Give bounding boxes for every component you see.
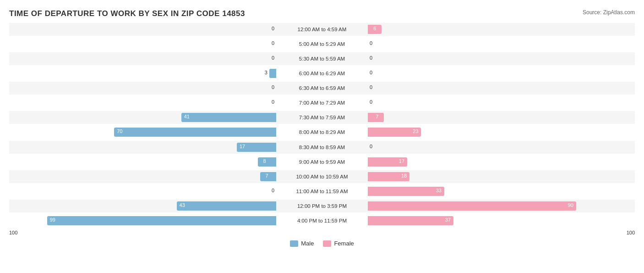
chart-area: 12:00 AM to 4:59 AM065:00 AM to 5:29 AM0… <box>9 23 635 241</box>
female-value: 17 <box>399 158 404 164</box>
female-value: 0 <box>370 70 372 75</box>
male-bar <box>181 113 276 122</box>
axis-row: 100 100 <box>9 228 635 237</box>
time-label: 7:30 AM to 7:59 AM <box>276 115 368 120</box>
female-value: 0 <box>370 55 372 61</box>
time-label: 11:00 AM to 11:59 AM <box>276 189 368 194</box>
female-value: 18 <box>401 173 407 178</box>
rows-container: 12:00 AM to 4:59 AM065:00 AM to 5:29 AM0… <box>9 23 635 227</box>
female-color-swatch <box>323 240 331 247</box>
male-color-swatch <box>290 240 298 247</box>
male-value: 99 <box>50 217 55 223</box>
female-value: 6 <box>373 26 376 31</box>
chart-row: 7:00 AM to 7:29 AM00 <box>9 96 635 109</box>
source-label: Source: ZipAtlas.com <box>583 9 635 16</box>
female-label: Female <box>334 240 354 247</box>
male-value: 8 <box>263 158 266 164</box>
male-value: 0 <box>272 40 274 46</box>
male-bar <box>114 128 276 137</box>
legend: Male Female <box>9 240 635 247</box>
male-bar <box>47 216 276 225</box>
female-value: 0 <box>370 84 372 90</box>
male-value: 0 <box>272 84 274 90</box>
time-label: 7:00 AM to 7:29 AM <box>276 100 368 106</box>
female-value: 90 <box>568 202 573 208</box>
male-value: 7 <box>266 173 268 178</box>
male-label: Male <box>301 240 314 247</box>
legend-female: Female <box>323 240 354 247</box>
time-label: 8:00 AM to 8:29 AM <box>276 129 368 135</box>
chart-row: 7:30 AM to 7:59 AM417 <box>9 111 635 124</box>
male-value: 17 <box>240 144 245 149</box>
time-label: 6:30 AM to 6:59 AM <box>276 85 368 91</box>
time-label: 5:00 AM to 5:29 AM <box>276 41 368 47</box>
chart-row: 12:00 AM to 4:59 AM06 <box>9 23 635 36</box>
male-value: 41 <box>184 114 190 119</box>
female-value: 0 <box>370 144 372 149</box>
female-bar <box>368 216 453 225</box>
axis-right-label: 100 <box>627 230 635 235</box>
chart-row: 8:30 AM to 8:59 AM170 <box>9 141 635 154</box>
time-label: 5:30 AM to 5:59 AM <box>276 56 368 61</box>
male-value: 0 <box>272 99 274 105</box>
chart-row: 12:00 PM to 3:59 PM4390 <box>9 200 635 212</box>
female-value: 0 <box>370 99 372 105</box>
female-value: 0 <box>370 40 372 46</box>
chart-row: 9:00 AM to 9:59 AM817 <box>9 156 635 168</box>
chart-row: 11:00 AM to 11:59 AM033 <box>9 185 635 198</box>
chart-row: 5:00 AM to 5:29 AM00 <box>9 38 635 50</box>
time-label: 4:00 PM to 11:59 PM <box>276 218 368 223</box>
male-value: 70 <box>117 128 122 134</box>
time-label: 6:00 AM to 6:29 AM <box>276 71 368 76</box>
female-bar <box>368 201 576 211</box>
time-label: 12:00 AM to 4:59 AM <box>276 27 368 32</box>
male-bar <box>177 201 276 211</box>
time-label: 12:00 PM to 3:59 PM <box>276 203 368 209</box>
chart-row: 6:00 AM to 6:29 AM30 <box>9 67 635 80</box>
male-value: 0 <box>272 188 274 193</box>
chart-container: TIME OF DEPARTURE TO WORK BY SEX IN ZIP … <box>0 0 644 273</box>
male-bar <box>258 157 276 167</box>
chart-row: 10:00 AM to 10:59 AM718 <box>9 170 635 183</box>
male-value: 3 <box>265 70 267 75</box>
male-bar <box>269 69 276 78</box>
chart-row: 6:30 AM to 6:59 AM00 <box>9 82 635 95</box>
female-value: 37 <box>445 217 451 223</box>
chart-row: 5:30 AM to 5:59 AM00 <box>9 52 635 65</box>
female-value: 33 <box>436 188 442 193</box>
female-value: 7 <box>376 114 378 119</box>
time-label: 8:30 AM to 8:59 AM <box>276 145 368 150</box>
legend-male: Male <box>290 240 314 247</box>
female-value: 23 <box>413 128 418 134</box>
chart-title: TIME OF DEPARTURE TO WORK BY SEX IN ZIP … <box>9 9 635 18</box>
axis-left-label: 100 <box>9 230 17 235</box>
chart-row: 8:00 AM to 8:29 AM7023 <box>9 126 635 139</box>
time-label: 9:00 AM to 9:59 AM <box>276 159 368 165</box>
male-value: 0 <box>272 26 274 31</box>
time-label: 10:00 AM to 10:59 AM <box>276 174 368 179</box>
male-value: 43 <box>180 202 185 208</box>
female-bar <box>368 187 444 196</box>
male-value: 0 <box>272 55 274 61</box>
chart-row: 4:00 PM to 11:59 PM9937 <box>9 214 635 227</box>
